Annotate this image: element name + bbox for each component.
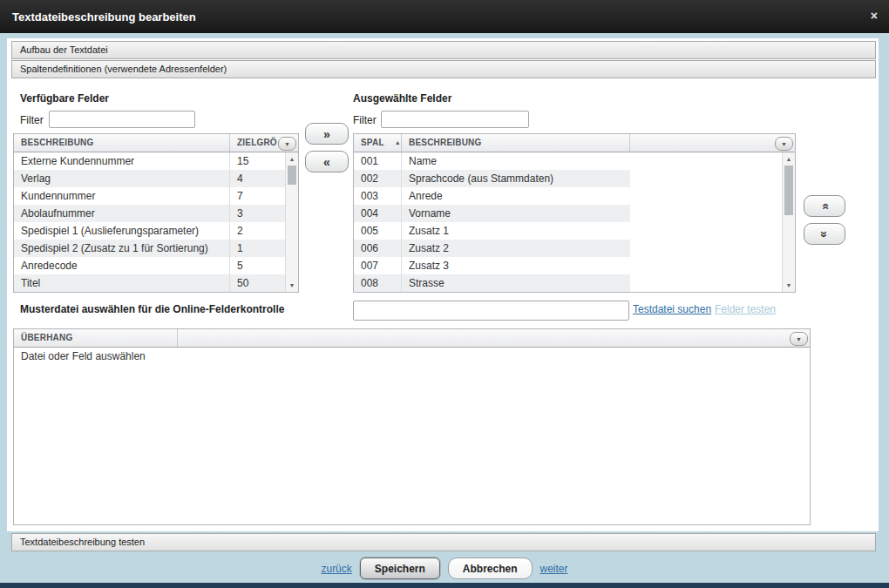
table-row[interactable]: 007Zusatz 3 bbox=[354, 257, 630, 274]
double-chevron-right-icon: » bbox=[323, 127, 330, 141]
column-header-spal[interactable]: SPAL▲ bbox=[354, 134, 402, 152]
column-header-ueberhang[interactable]: ÜBERHANG bbox=[14, 329, 178, 347]
cell-spal: 006 bbox=[354, 240, 402, 257]
available-filter-label: Filter bbox=[20, 114, 44, 126]
table-row[interactable]: Anredecode5 bbox=[14, 257, 298, 274]
cell-spal: 004 bbox=[354, 205, 402, 222]
double-chevron-left-icon: « bbox=[323, 155, 330, 169]
selected-filter-input[interactable] bbox=[381, 111, 529, 128]
cell-beschreibung: Sprachcode (aus Stammdaten) bbox=[402, 170, 630, 187]
footer: zurück Speichern Abbrechen weiter bbox=[0, 555, 889, 582]
selected-grid-body: 001Name 002Sprachcode (aus Stammdaten) 0… bbox=[354, 152, 795, 292]
cell-zielgroesse: 2 bbox=[230, 222, 285, 240]
cell-beschreibung: Spedispiel 1 (Auslieferungsparameter) bbox=[14, 222, 230, 240]
table-row[interactable]: 002Sprachcode (aus Stammdaten) bbox=[354, 170, 630, 187]
scroll-down-icon[interactable]: ▼ bbox=[783, 280, 795, 291]
dialog-title: Textdateibeschreibung bearbeiten bbox=[0, 10, 196, 24]
cell-beschreibung: Zusatz 2 bbox=[402, 240, 630, 257]
cell-beschreibung: Verlag bbox=[14, 170, 230, 187]
column-header-zielgroesse[interactable]: ZIELGRÖ bbox=[230, 134, 285, 152]
ueberhang-grid: ÜBERHANG ▼ Datei oder Feld auswählen bbox=[13, 328, 811, 525]
table-row[interactable]: Spedispiel 1 (Auslieferungsparameter)2 bbox=[14, 222, 298, 240]
move-up-button[interactable]: » bbox=[804, 195, 845, 217]
cell-beschreibung: Spedispiel 2 (Zusatz zu 1 für Sortierung… bbox=[14, 240, 230, 257]
header-menu-button[interactable]: ▼ bbox=[775, 137, 793, 151]
table-row[interactable]: Titel50 bbox=[14, 274, 298, 292]
cell-zielgroesse: 4 bbox=[230, 170, 285, 187]
section-header-spaltendefinitionen[interactable]: Spaltendefinitionen (verwendete Adressen… bbox=[11, 60, 876, 78]
header-filler bbox=[630, 134, 795, 152]
cell-spal: 007 bbox=[354, 257, 402, 274]
cell-zielgroesse: 7 bbox=[230, 187, 285, 205]
scroll-up-icon[interactable]: ▲ bbox=[783, 153, 795, 165]
scrollbar-thumb[interactable] bbox=[288, 166, 296, 185]
column-label: SPAL bbox=[361, 138, 384, 147]
table-row[interactable]: 005Zusatz 1 bbox=[354, 222, 630, 240]
cell-beschreibung: Titel bbox=[14, 274, 230, 292]
cell-beschreibung: Vorname bbox=[402, 205, 630, 222]
table-row[interactable]: Spedispiel 2 (Zusatz zu 1 für Sortierung… bbox=[14, 240, 298, 257]
table-row[interactable]: Abolaufnummer3 bbox=[14, 205, 298, 222]
chevron-down-icon: ▼ bbox=[284, 141, 290, 147]
cell-beschreibung: Anrede bbox=[402, 187, 630, 205]
column-header-beschreibung[interactable]: BESCHREIBUNG bbox=[14, 134, 230, 152]
abbrechen-button[interactable]: Abbrechen bbox=[448, 558, 533, 579]
scroll-up-icon[interactable]: ▲ bbox=[286, 153, 298, 165]
cell-spal: 003 bbox=[354, 187, 402, 205]
cell-zielgroesse: 1 bbox=[230, 240, 285, 257]
cell-zielgroesse: 50 bbox=[230, 274, 285, 292]
table-row[interactable]: 004Vorname bbox=[354, 205, 630, 222]
musterdatei-label: Musterdatei auswählen für die Online-Fel… bbox=[20, 303, 284, 315]
available-filter-input[interactable] bbox=[49, 111, 195, 128]
table-row[interactable]: 008Strasse bbox=[354, 274, 630, 292]
cell-zielgroesse: 15 bbox=[230, 152, 285, 170]
selected-filter-label: Filter bbox=[353, 114, 377, 126]
scrollbar-thumb[interactable] bbox=[784, 166, 793, 215]
section-header-testen[interactable]: Textdateibeschreibung testen bbox=[11, 533, 876, 551]
speichern-button[interactable]: Speichern bbox=[360, 558, 440, 579]
scrollbar[interactable]: ▲ ▼ bbox=[782, 152, 795, 292]
cell-beschreibung: Abolaufnummer bbox=[14, 205, 230, 222]
felder-testen-link[interactable]: Felder testen bbox=[715, 303, 776, 315]
zurueck-link[interactable]: zurück bbox=[321, 563, 351, 575]
remove-all-button[interactable]: « bbox=[305, 151, 349, 172]
header-menu-button[interactable]: ▼ bbox=[278, 137, 296, 151]
cell-beschreibung: Kundennummer bbox=[14, 187, 230, 205]
testdatei-suchen-link[interactable]: Testdatei suchen bbox=[633, 303, 711, 315]
table-row[interactable]: Externe Kundennummer15 bbox=[14, 152, 298, 170]
bottom-bar bbox=[0, 583, 889, 588]
table-row[interactable]: 006Zusatz 2 bbox=[354, 240, 630, 257]
scroll-down-icon[interactable]: ▼ bbox=[286, 280, 298, 291]
table-row[interactable]: Kundennummer7 bbox=[14, 187, 298, 205]
column-header-beschreibung[interactable]: BESCHREIBUNG bbox=[402, 134, 630, 152]
selected-grid-header: SPAL▲ BESCHREIBUNG ▼ bbox=[354, 134, 795, 152]
move-down-button[interactable]: » bbox=[804, 223, 845, 245]
cell-zielgroesse: 5 bbox=[230, 257, 285, 274]
close-icon[interactable]: × bbox=[871, 10, 878, 22]
cell-beschreibung: Zusatz 3 bbox=[402, 257, 630, 274]
table-row[interactable]: Datei oder Feld auswählen bbox=[14, 348, 810, 365]
musterdatei-input[interactable] bbox=[353, 301, 629, 321]
dialog-titlebar: Textdateibeschreibung bearbeiten × bbox=[0, 0, 889, 33]
cell-beschreibung: Zusatz 1 bbox=[402, 222, 630, 240]
table-row[interactable]: 001Name bbox=[354, 152, 630, 170]
double-chevron-up-icon: » bbox=[818, 203, 831, 210]
cell-zielgroesse: 3 bbox=[230, 205, 285, 222]
table-row[interactable]: Verlag4 bbox=[14, 170, 298, 187]
cell-beschreibung: Strasse bbox=[402, 274, 630, 292]
cell-spal: 001 bbox=[354, 152, 402, 170]
header-filler bbox=[178, 329, 810, 347]
add-all-button[interactable]: » bbox=[305, 123, 349, 145]
ueberhang-grid-header: ÜBERHANG ▼ bbox=[14, 329, 810, 348]
cell-spal: 008 bbox=[354, 274, 402, 292]
chevron-down-icon: ▼ bbox=[796, 336, 802, 342]
available-grid-body: Externe Kundennummer15 Verlag4 Kundennum… bbox=[14, 152, 298, 292]
available-fields-title: Verfügbare Felder bbox=[20, 92, 109, 105]
available-grid-header: BESCHREIBUNG ZIELGRÖ ▼ bbox=[14, 134, 298, 152]
table-row[interactable]: 003Anrede bbox=[354, 187, 630, 205]
sort-asc-icon: ▲ bbox=[395, 139, 401, 145]
scrollbar[interactable]: ▲ ▼ bbox=[285, 152, 298, 292]
section-header-aufbau[interactable]: Aufbau der Textdatei bbox=[11, 41, 876, 59]
weiter-link[interactable]: weiter bbox=[540, 563, 568, 575]
header-menu-button[interactable]: ▼ bbox=[790, 332, 808, 346]
